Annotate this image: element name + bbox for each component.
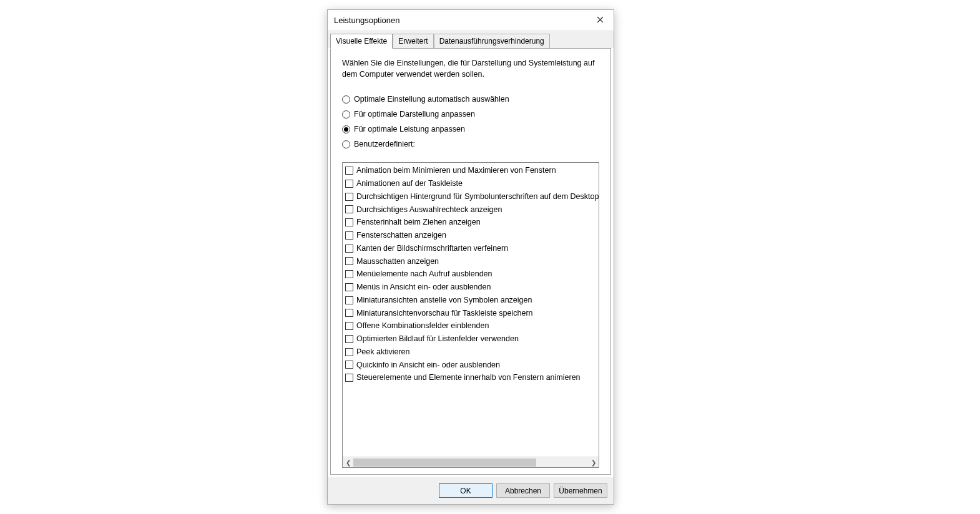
list-item-label: Steuerelemente und Elemente innerhalb vo… bbox=[356, 372, 581, 384]
list-item-label: Mausschatten anzeigen bbox=[356, 256, 439, 268]
scroll-left-arrow-icon[interactable]: ❮ bbox=[343, 457, 353, 468]
list-item[interactable]: Menüs in Ansicht ein- oder ausblenden bbox=[344, 281, 597, 294]
list-item-label: Quickinfo in Ansicht ein- oder ausblende… bbox=[356, 359, 500, 371]
list-item-label: Durchsichtigen Hintergrund für Symbolunt… bbox=[356, 191, 599, 203]
tab-visuelle-effekte[interactable]: Visuelle Effekte bbox=[330, 34, 393, 49]
radio-option[interactable]: Optimale Einstellung automatisch auswähl… bbox=[342, 95, 599, 104]
performance-options-dialog: Leistungsoptionen Visuelle EffekteErweit… bbox=[327, 9, 614, 505]
list-item-label: Durchsichtiges Auswahlrechteck anzeigen bbox=[356, 204, 502, 216]
apply-button[interactable]: Übernehmen bbox=[554, 483, 607, 498]
checkbox-icon[interactable] bbox=[345, 167, 353, 175]
checkbox-icon[interactable] bbox=[345, 322, 353, 330]
tab-datenausführungsverhinderung[interactable]: Datenausführungsverhinderung bbox=[434, 34, 550, 48]
list-item-label: Offene Kombinationsfelder einblenden bbox=[356, 320, 489, 332]
radio-label: Für optimale Leistung anpassen bbox=[354, 125, 465, 133]
checkbox-icon[interactable] bbox=[345, 231, 353, 240]
list-item[interactable]: Steuerelemente und Elemente innerhalb vo… bbox=[344, 371, 597, 384]
performance-mode-radio-group: Optimale Einstellung automatisch auswähl… bbox=[342, 95, 599, 155]
radio-label: Optimale Einstellung automatisch auswähl… bbox=[354, 95, 509, 104]
checkbox-icon[interactable] bbox=[345, 193, 353, 201]
list-item-label: Menüelemente nach Aufruf ausblenden bbox=[356, 268, 492, 280]
radio-icon bbox=[342, 110, 350, 119]
radio-label: Benutzerdefiniert: bbox=[354, 140, 415, 148]
radio-option[interactable]: Für optimale Darstellung anpassen bbox=[342, 110, 599, 119]
tab-panel-visual-effects: Wählen Sie die Einstellungen, die für Da… bbox=[330, 48, 611, 475]
list-item[interactable]: Fensterinhalt beim Ziehen anzeigen bbox=[344, 216, 597, 229]
cancel-button[interactable]: Abbrechen bbox=[496, 483, 550, 498]
apply-button-label: Übernehmen bbox=[559, 487, 602, 495]
radio-option[interactable]: Für optimale Leistung anpassen bbox=[342, 125, 599, 133]
list-item[interactable]: Quickinfo in Ansicht ein- oder ausblende… bbox=[344, 359, 597, 372]
list-item[interactable]: Animationen auf der Taskleiste bbox=[344, 177, 597, 190]
dialog-title: Leistungsoptionen bbox=[334, 16, 400, 25]
list-item[interactable]: Offene Kombinationsfelder einblenden bbox=[344, 319, 597, 332]
list-item[interactable]: Animation beim Minimieren und Maximieren… bbox=[344, 164, 597, 177]
radio-label: Für optimale Darstellung anpassen bbox=[354, 110, 475, 119]
close-icon bbox=[597, 16, 604, 25]
radio-icon bbox=[342, 125, 350, 133]
list-item[interactable]: Durchsichtiges Auswahlrechteck anzeigen bbox=[344, 203, 597, 216]
cancel-button-label: Abbrechen bbox=[505, 487, 541, 495]
tab-label: Datenausführungsverhinderung bbox=[439, 37, 544, 46]
checkbox-icon[interactable] bbox=[345, 283, 353, 291]
checkbox-icon[interactable] bbox=[345, 296, 353, 304]
visual-effects-listbox[interactable]: Animation beim Minimieren und Maximieren… bbox=[342, 162, 599, 468]
list-item[interactable]: Miniaturansichten anstelle von Symbolen … bbox=[344, 294, 597, 307]
list-item-label: Animationen auf der Taskleiste bbox=[356, 178, 463, 190]
list-item-label: Optimierten Bildlauf für Listenfelder ve… bbox=[356, 333, 519, 345]
list-item[interactable]: Optimierten Bildlauf für Listenfelder ve… bbox=[344, 332, 597, 346]
list-item-label: Peek aktivieren bbox=[356, 346, 409, 358]
radio-icon bbox=[342, 95, 350, 104]
checkbox-icon[interactable] bbox=[345, 361, 353, 369]
checkbox-icon[interactable] bbox=[345, 335, 353, 343]
list-item[interactable]: Miniaturansichtenvorschau für Taskleiste… bbox=[344, 307, 597, 320]
radio-icon bbox=[342, 140, 350, 148]
list-item-label: Miniaturansichtenvorschau für Taskleiste… bbox=[356, 308, 533, 319]
checkbox-icon[interactable] bbox=[345, 218, 353, 226]
checkbox-icon[interactable] bbox=[345, 270, 353, 278]
list-item[interactable]: Kanten der Bildschirmschriftarten verfei… bbox=[344, 242, 597, 255]
panel-description: Wählen Sie die Einstellungen, die für Da… bbox=[342, 57, 599, 80]
checkbox-icon[interactable] bbox=[345, 348, 353, 356]
ok-button-label: OK bbox=[460, 487, 471, 495]
scroll-right-arrow-icon[interactable]: ❯ bbox=[588, 457, 599, 468]
list-item[interactable]: Fensterschatten anzeigen bbox=[344, 229, 597, 242]
list-item-label: Menüs in Ansicht ein- oder ausblenden bbox=[356, 281, 491, 293]
checkbox-icon[interactable] bbox=[345, 180, 353, 188]
checkbox-icon[interactable] bbox=[345, 309, 353, 317]
list-item[interactable]: Durchsichtigen Hintergrund für Symbolunt… bbox=[344, 190, 597, 203]
radio-option[interactable]: Benutzerdefiniert: bbox=[342, 140, 599, 148]
tab-label: Erweitert bbox=[398, 37, 428, 46]
list-item[interactable]: Menüelemente nach Aufruf ausblenden bbox=[344, 268, 597, 281]
list-item[interactable]: Peek aktivieren bbox=[344, 346, 597, 359]
checkbox-icon[interactable] bbox=[345, 205, 353, 213]
dialog-button-row: OK Abbrechen Übernehmen bbox=[328, 477, 614, 504]
list-item[interactable]: Mausschatten anzeigen bbox=[344, 255, 597, 268]
checkbox-icon[interactable] bbox=[345, 257, 353, 265]
checkbox-icon[interactable] bbox=[345, 374, 353, 382]
list-item-label: Miniaturansichten anstelle von Symbolen … bbox=[356, 294, 532, 306]
ok-button[interactable]: OK bbox=[439, 483, 492, 498]
tab-label: Visuelle Effekte bbox=[336, 37, 387, 46]
titlebar: Leistungsoptionen bbox=[328, 10, 614, 31]
list-item-label: Fensterinhalt beim Ziehen anzeigen bbox=[356, 216, 481, 228]
close-button[interactable] bbox=[586, 10, 614, 31]
scrollbar-thumb[interactable] bbox=[353, 458, 536, 467]
list-item-label: Fensterschatten anzeigen bbox=[356, 230, 446, 241]
tab-strip: Visuelle EffekteErweitertDatenausführung… bbox=[328, 31, 614, 48]
list-item-label: Animation beim Minimieren und Maximieren… bbox=[356, 165, 556, 177]
list-item-label: Kanten der Bildschirmschriftarten verfei… bbox=[356, 243, 508, 255]
horizontal-scrollbar[interactable]: ❮ ❯ bbox=[343, 457, 599, 467]
scrollbar-track[interactable] bbox=[353, 457, 588, 468]
listbox-inner: Animation beim Minimieren und Maximieren… bbox=[343, 163, 599, 457]
checkbox-icon[interactable] bbox=[345, 245, 353, 253]
tab-erweitert[interactable]: Erweitert bbox=[393, 34, 433, 48]
